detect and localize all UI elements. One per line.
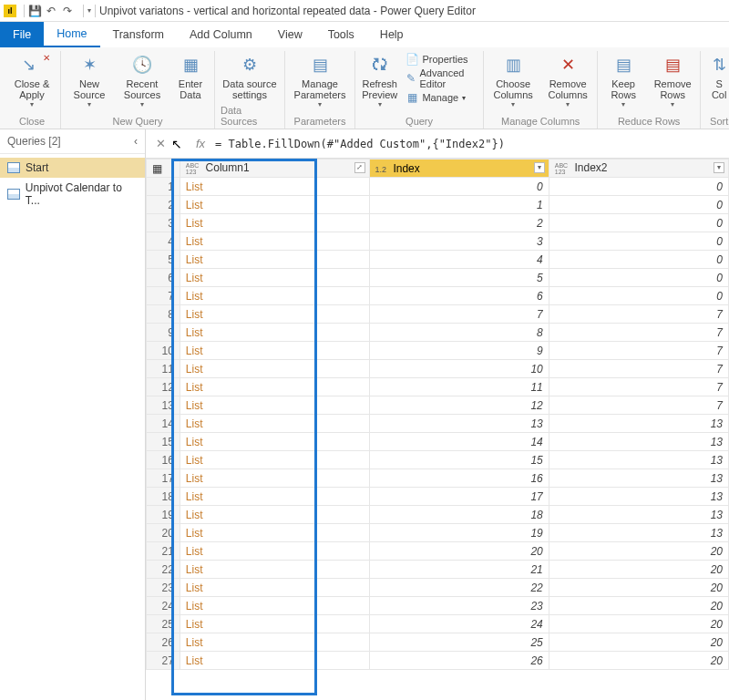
table-row[interactable]: 10List97 <box>147 342 729 360</box>
tab-tools[interactable]: Tools <box>315 22 367 47</box>
tab-home[interactable]: Home <box>44 22 99 47</box>
cell-index[interactable]: 1 <box>369 196 549 214</box>
cell-index[interactable]: 13 <box>369 415 549 433</box>
row-number[interactable]: 13 <box>147 396 180 415</box>
cell-index[interactable]: 14 <box>369 433 549 451</box>
cell-index2[interactable]: 13 <box>549 433 728 451</box>
list-link[interactable]: List <box>186 582 203 594</box>
index-filter-icon[interactable]: ▾ <box>534 162 545 173</box>
row-number[interactable]: 23 <box>147 579 180 597</box>
advanced-editor-button[interactable]: ✎Advanced Editor <box>406 67 477 89</box>
row-number[interactable]: 27 <box>147 652 180 670</box>
cell-column1[interactable]: List <box>180 542 369 561</box>
cell-column1[interactable]: List <box>180 524 369 542</box>
table-row[interactable]: 8List77 <box>147 305 729 324</box>
table-row[interactable]: 26List2520 <box>147 633 729 652</box>
cell-index[interactable]: 8 <box>369 324 549 342</box>
row-number[interactable]: 7 <box>147 287 180 305</box>
row-number[interactable]: 15 <box>147 433 180 451</box>
data-grid[interactable]: ▦ ABC 123 Column1 ⤢ 1.2 Index ▾ ABC 1 <box>146 159 729 700</box>
list-link[interactable]: List <box>186 436 203 448</box>
tab-transform[interactable]: Transform <box>100 22 178 47</box>
cell-index2[interactable]: 13 <box>549 451 728 469</box>
cell-column1[interactable]: List <box>180 378 369 396</box>
cell-column1[interactable]: List <box>180 652 369 670</box>
row-number[interactable]: 24 <box>147 597 180 615</box>
tab-add-column[interactable]: Add Column <box>177 22 265 47</box>
row-number[interactable]: 10 <box>147 342 180 360</box>
row-number[interactable]: 1 <box>147 178 180 196</box>
cell-index[interactable]: 25 <box>369 633 549 652</box>
cell-index[interactable]: 20 <box>369 542 549 561</box>
list-link[interactable]: List <box>186 399 203 412</box>
list-link[interactable]: List <box>186 217 203 230</box>
cell-index[interactable]: 17 <box>369 488 549 506</box>
row-number[interactable]: 14 <box>147 415 180 433</box>
cell-column1[interactable]: List <box>180 232 369 251</box>
list-link[interactable]: List <box>186 545 203 558</box>
cell-index2[interactable]: 0 <box>549 269 728 287</box>
cell-index2[interactable]: 20 <box>549 579 728 597</box>
row-number[interactable]: 9 <box>147 324 180 342</box>
cell-column1[interactable]: List <box>180 196 369 214</box>
col-header-column1[interactable]: ABC 123 Column1 ⤢ <box>180 160 369 178</box>
cell-index[interactable]: 19 <box>369 524 549 542</box>
cell-index2[interactable]: 13 <box>549 524 728 542</box>
table-row[interactable]: 21List2020 <box>147 542 729 561</box>
tab-file[interactable]: File <box>0 22 44 47</box>
cell-index[interactable]: 2 <box>369 214 549 232</box>
cell-column1[interactable]: List <box>180 178 369 196</box>
table-row[interactable]: 15List1413 <box>147 433 729 451</box>
choose-columns-button[interactable]: ▥ Choose Columns ▾ <box>489 53 537 108</box>
cell-index2[interactable]: 0 <box>549 287 728 305</box>
recent-sources-button[interactable]: 🕓 Recent Sources ▾ <box>119 53 165 108</box>
cell-column1[interactable]: List <box>180 287 369 305</box>
tab-help[interactable]: Help <box>367 22 416 47</box>
cell-column1[interactable]: List <box>180 269 369 287</box>
tab-view[interactable]: View <box>265 22 315 47</box>
list-link[interactable]: List <box>186 180 203 193</box>
save-icon[interactable]: 💾 <box>28 5 41 17</box>
cell-column1[interactable]: List <box>180 324 369 342</box>
cell-index2[interactable]: 13 <box>549 488 728 506</box>
table-row[interactable]: 27List2620 <box>147 652 729 670</box>
cell-index2[interactable]: 20 <box>549 615 728 633</box>
formula-cancel-icon[interactable]: ✕ <box>151 135 169 153</box>
cell-column1[interactable]: List <box>180 342 369 360</box>
redo-icon[interactable]: ↷ <box>61 5 74 17</box>
undo-icon[interactable]: ↶ <box>45 5 57 17</box>
cell-column1[interactable]: List <box>180 214 369 232</box>
table-row[interactable]: 4List30 <box>147 232 729 251</box>
queries-collapse-icon[interactable]: ‹ <box>134 135 138 148</box>
cell-index2[interactable]: 20 <box>549 542 728 561</box>
list-link[interactable]: List <box>186 235 203 248</box>
query-item[interactable]: Unpivot Calendar to T... <box>0 178 145 211</box>
col-header-index2[interactable]: ABC 123 Index2 ▾ <box>549 160 728 178</box>
cell-index[interactable]: 12 <box>369 396 549 415</box>
manage-button[interactable]: ▦Manage▾ <box>406 91 477 104</box>
row-number[interactable]: 8 <box>147 305 180 324</box>
cell-index[interactable]: 21 <box>369 561 549 579</box>
list-link[interactable]: List <box>186 563 203 576</box>
list-link[interactable]: List <box>186 600 203 612</box>
cell-column1[interactable]: List <box>180 488 369 506</box>
cell-index2[interactable]: 13 <box>549 469 728 488</box>
new-source-button[interactable]: ✶ New Source ▾ <box>67 53 112 108</box>
list-link[interactable]: List <box>186 490 203 503</box>
cell-index[interactable]: 16 <box>369 469 549 488</box>
cell-column1[interactable]: List <box>180 469 369 488</box>
cell-index2[interactable]: 7 <box>549 396 728 415</box>
row-number[interactable]: 2 <box>147 196 180 214</box>
row-number[interactable]: 12 <box>147 378 180 396</box>
col1-expand-icon[interactable]: ⤢ <box>354 162 365 173</box>
row-corner[interactable]: ▦ <box>147 160 180 178</box>
table-row[interactable]: 17List1613 <box>147 469 729 488</box>
sort-button[interactable]: ⇅ S Col <box>706 53 729 100</box>
cell-index2[interactable]: 7 <box>549 342 728 360</box>
refresh-preview-button[interactable]: 🗘 Refresh Preview ▾ <box>361 53 398 108</box>
table-row[interactable]: 1List00 <box>147 178 729 196</box>
list-link[interactable]: List <box>186 654 203 667</box>
cell-index[interactable]: 24 <box>369 615 549 633</box>
cell-index2[interactable]: 7 <box>549 305 728 324</box>
cell-index[interactable]: 22 <box>369 579 549 597</box>
